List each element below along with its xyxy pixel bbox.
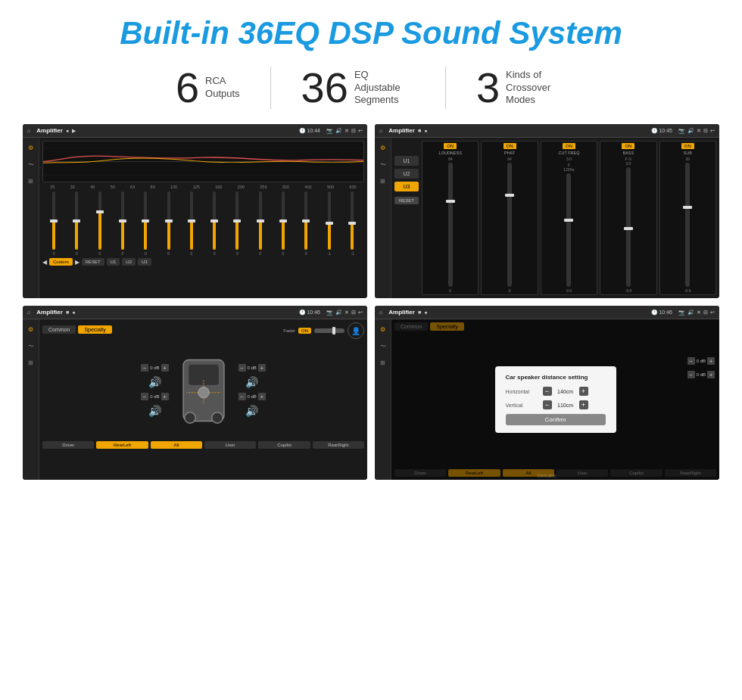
nav-split-icon: ⊞ bbox=[26, 176, 36, 186]
nav-wave-icon: 〜 bbox=[26, 159, 36, 170]
screen3-topbar: ⌂ Amplifier ■● 🕐 10:46 📷 🔊 ✕ ⊟ ↩ bbox=[23, 306, 367, 319]
dialog-overlay: Car speaker distance setting Horizontal … bbox=[391, 319, 719, 480]
stat-crossover: 3 Kinds ofCrossover Modes bbox=[446, 67, 597, 109]
home-icon2: ⌂ bbox=[379, 128, 382, 133]
eq-slider-12: 0 bbox=[304, 191, 307, 256]
reset2-btn[interactable]: RESET bbox=[394, 197, 419, 204]
svg-point-5 bbox=[184, 412, 195, 423]
eq-slider-6: 0 bbox=[167, 191, 170, 256]
nav3-split: ⊞ bbox=[26, 357, 36, 368]
rearright-btn[interactable]: RearRight bbox=[313, 441, 364, 449]
db-control-tr: − 0 dB + bbox=[238, 364, 266, 372]
minus-br[interactable]: − bbox=[238, 393, 246, 400]
copilot-btn[interactable]: Copilot bbox=[258, 441, 310, 449]
user-btn[interactable]: User bbox=[204, 441, 256, 449]
dialog-vertical-row: Vertical − 110cm + bbox=[506, 400, 606, 409]
plus-bl[interactable]: + bbox=[161, 393, 169, 400]
screen2-topbar: ⌂ Amplifier ■● 🕐 10:45 📷 🔊 ✕ ⊟ ↩ bbox=[375, 124, 719, 138]
close-icon: ✕ bbox=[344, 128, 349, 134]
ch-loudness-name: LOUDNESS bbox=[439, 151, 462, 155]
distance-dialog: Car speaker distance setting Horizontal … bbox=[495, 366, 616, 433]
dot42: ● bbox=[424, 310, 427, 315]
dot2: ■ bbox=[418, 128, 421, 133]
eq-slider-1: 0 bbox=[52, 191, 55, 256]
screen4-top-icons: 📷 🔊 ✕ ⊟ ↩ bbox=[678, 310, 715, 316]
screen1-sidenav: ⚙ 〜 ⊞ bbox=[23, 138, 39, 298]
screenshots-grid: ⌂ Amplifier ● ▶ 🕐 10:44 📷 🔊 ✕ ⊟ ↩ ⚙ bbox=[23, 124, 719, 480]
u2-sel[interactable]: U2 bbox=[394, 169, 419, 179]
eq-slider-3: 5 bbox=[98, 191, 101, 256]
reset-btn[interactable]: RESET bbox=[82, 258, 104, 266]
tab-specialty[interactable]: Specialty bbox=[78, 325, 111, 334]
ch-loudness: ON LOUDNESS 64 0 bbox=[422, 141, 479, 295]
driver-btn[interactable]: Driver bbox=[42, 441, 94, 449]
minus-tr[interactable]: − bbox=[238, 364, 246, 372]
nav4-eq: ⚙ bbox=[378, 324, 388, 334]
eq-labels: 253240506380100125160200250320400500630 bbox=[42, 185, 364, 189]
cam3: 📷 bbox=[326, 310, 333, 316]
confirm-button[interactable]: Confirm bbox=[506, 414, 606, 425]
all-btn[interactable]: All bbox=[151, 441, 202, 449]
plus-tl[interactable]: + bbox=[161, 364, 169, 372]
u2-btn[interactable]: U2 bbox=[122, 258, 136, 266]
stat-rca-label: RCAOutputs bbox=[205, 75, 240, 101]
fader-slider[interactable] bbox=[314, 328, 344, 333]
volume-icon: 🔊 bbox=[335, 128, 342, 134]
user-icon[interactable]: 👤 bbox=[348, 322, 364, 339]
stat-crossover-number: 3 bbox=[476, 67, 500, 109]
ch-bass: ON BASS F G 3.0 -3.0 bbox=[600, 141, 656, 295]
screen4-topbar: ⌂ Amplifier ■● 🕐 10:46 📷 🔊 ✕ ⊟ ↩ bbox=[375, 306, 719, 319]
x4: ✕ bbox=[697, 310, 701, 316]
vertical-minus[interactable]: − bbox=[543, 400, 552, 409]
nav3-eq: ⚙ bbox=[26, 324, 36, 334]
screen2-container: ⌂ Amplifier ■● 🕐 10:45 📷 🔊 ✕ ⊟ ↩ ⚙ 〜 bbox=[375, 124, 719, 298]
page-title: Built-in 36EQ DSP Sound System bbox=[23, 15, 719, 51]
screen3-sidenav: ⚙ 〜 ⊞ bbox=[23, 319, 39, 480]
u1-btn[interactable]: U1 bbox=[107, 258, 120, 266]
svg-rect-4 bbox=[189, 365, 219, 385]
vertical-plus[interactable]: + bbox=[579, 400, 588, 409]
screen2: ⌂ Amplifier ■● 🕐 10:45 📷 🔊 ✕ ⊟ ↩ ⚙ 〜 bbox=[375, 124, 719, 298]
screen1-content: 253240506380100125160200250320400500630 … bbox=[39, 138, 367, 298]
horizontal-minus[interactable]: − bbox=[543, 387, 552, 396]
fader-label: Fader bbox=[283, 328, 295, 333]
minus-bl[interactable]: − bbox=[141, 393, 148, 400]
u-buttons: U1 U2 U3 RESET bbox=[394, 141, 419, 295]
cam4: 📷 bbox=[678, 310, 685, 316]
vertical-control: − 110cm + bbox=[543, 400, 588, 409]
db-val-tl: 0 dB bbox=[150, 366, 159, 370]
custom-btn[interactable]: Custom bbox=[49, 258, 73, 266]
window-icon: ⊟ bbox=[351, 128, 356, 134]
u3-btn[interactable]: U3 bbox=[138, 258, 151, 266]
nav3-wave: 〜 bbox=[26, 341, 36, 351]
stat-eq: 36 EQ AdjustableSegments bbox=[271, 67, 446, 109]
dot3: ● bbox=[424, 128, 427, 133]
screen2-top-icons: 📷 🔊 ✕ ⊟ ↩ bbox=[678, 128, 715, 134]
ch-bass-name: BASS bbox=[623, 151, 634, 155]
eq2-channels: ON LOUDNESS 64 0 ON PHAT 64 bbox=[422, 141, 716, 295]
plus-tr[interactable]: + bbox=[258, 364, 266, 372]
prev-btn[interactable]: ◀ bbox=[42, 259, 47, 266]
next-btn[interactable]: ▶ bbox=[75, 259, 80, 266]
horizontal-control: − 140cm + bbox=[543, 387, 588, 396]
nav2-split: ⊞ bbox=[378, 176, 388, 186]
eq-slider-11: 0 bbox=[282, 191, 285, 256]
vol3: 🔊 bbox=[335, 310, 342, 316]
back3: ↩ bbox=[358, 310, 363, 316]
u3-sel[interactable]: U3 bbox=[394, 182, 419, 191]
horizontal-plus[interactable]: + bbox=[579, 387, 588, 396]
u1-sel[interactable]: U1 bbox=[394, 156, 419, 166]
eq-slider-10: 0 bbox=[259, 191, 262, 256]
tab-common[interactable]: Common bbox=[42, 325, 76, 334]
plus-br[interactable]: + bbox=[258, 393, 266, 400]
screen2-title: Amplifier bbox=[388, 127, 415, 134]
home-icon: ⌂ bbox=[27, 128, 30, 133]
minus-tl[interactable]: − bbox=[141, 364, 148, 372]
tab-bar3: Common Specialty bbox=[42, 325, 112, 334]
eq-slider-13: -1 bbox=[328, 191, 331, 256]
stat-eq-label: EQ AdjustableSegments bbox=[354, 69, 415, 107]
fader-on: ON bbox=[298, 328, 311, 334]
rearleft-btn[interactable]: RearLeft bbox=[96, 441, 148, 449]
screen1-top-icons: 📷 🔊 ✕ ⊟ ↩ bbox=[326, 128, 363, 134]
screen4: ⌂ Amplifier ■● 🕐 10:46 📷 🔊 ✕ ⊟ ↩ ⚙ 〜 bbox=[375, 306, 719, 480]
